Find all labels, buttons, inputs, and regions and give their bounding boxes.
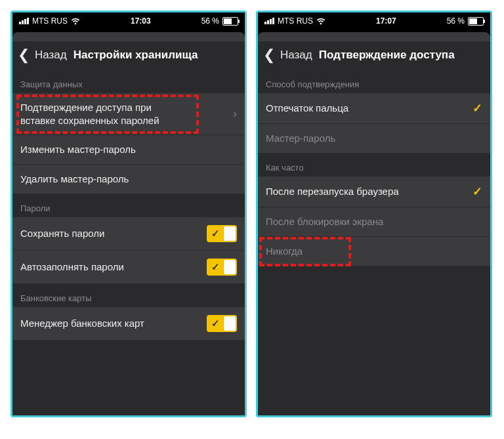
page-title: Настройки хранилища (74, 49, 198, 62)
row-label: Автозаполнять пароли (20, 261, 207, 274)
row-after-screen-lock[interactable]: После блокировки экрана (258, 207, 490, 237)
toggle-save-passwords[interactable]: ✓ (207, 225, 237, 242)
settings-list: Способ подтверждения Отпечаток пальца ✓ … (258, 70, 490, 415)
row-save-passwords[interactable]: Сохранять пароли ✓ (12, 217, 245, 251)
section-header-bank-cards: Банковские карты (12, 284, 245, 307)
section-header-confirmation-method: Способ подтверждения (258, 70, 490, 93)
status-bar: MTS RUS 17:07 56 % (258, 12, 490, 28)
row-label: Сохранять пароли (20, 227, 207, 240)
row-label: Изменить мастер-пароль (20, 143, 237, 156)
back-button[interactable]: Назад (35, 49, 67, 62)
back-arrow-icon[interactable]: ❮ (263, 48, 275, 62)
section-header-data-protection: Защита данных (12, 70, 245, 93)
row-autofill-passwords[interactable]: Автозаполнять пароли ✓ (12, 251, 245, 284)
row-label: После перезапуска браузера (266, 185, 467, 198)
section-header-passwords: Пароли (12, 194, 245, 217)
row-fingerprint[interactable]: Отпечаток пальца ✓ (258, 93, 490, 124)
sheet-handle (12, 32, 245, 41)
clock: 17:07 (376, 16, 396, 26)
row-label: После блокировки экрана (266, 215, 482, 228)
signal-icon (19, 18, 29, 24)
sheet-handle (258, 32, 490, 41)
nav-bar: ❮ Назад Настройки хранилища (12, 41, 245, 70)
row-label: Подтверждение доступа при вставке сохран… (20, 101, 178, 127)
wifi-icon (71, 18, 80, 25)
checkmark-icon: ✓ (467, 184, 482, 199)
row-after-browser-restart[interactable]: После перезапуска браузера ✓ (258, 177, 490, 207)
back-button[interactable]: Назад (280, 49, 312, 62)
row-bank-cards-manager[interactable]: Менеджер банковских карт ✓ (12, 307, 245, 340)
battery-percent: 56 % (201, 16, 219, 26)
chevron-right-icon: › (228, 107, 237, 121)
battery-icon (222, 17, 238, 26)
row-label: Менеджер банковских карт (20, 317, 207, 330)
status-bar: MTS RUS 17:03 56 % (12, 12, 245, 28)
clock: 17:03 (131, 16, 151, 26)
row-delete-master-password[interactable]: Удалить мастер-пароль (12, 165, 245, 194)
battery-icon (468, 17, 484, 26)
row-never[interactable]: Никогда (258, 237, 490, 266)
nav-bar: ❮ Назад Подтверждение доступа (258, 41, 490, 70)
row-label: Никогда (266, 245, 482, 258)
row-master-password[interactable]: Мастер-пароль (258, 124, 490, 154)
row-label: Отпечаток пальца (266, 102, 467, 115)
wifi-icon (316, 18, 326, 25)
battery-percent: 56 % (447, 16, 465, 26)
page-title: Подтверждение доступа (319, 49, 455, 62)
toggle-bank-cards[interactable]: ✓ (207, 315, 237, 332)
checkmark-icon: ✓ (467, 101, 482, 115)
phone-left: MTS RUS 17:03 56 % ❮ Назад Настройки хра… (10, 10, 247, 417)
toggle-autofill-passwords[interactable]: ✓ (207, 259, 237, 276)
row-label: Мастер-пароль (266, 132, 482, 145)
row-change-master-password[interactable]: Изменить мастер-пароль (12, 135, 245, 165)
row-label: Удалить мастер-пароль (20, 173, 237, 186)
carrier-label: MTS RUS (278, 16, 313, 26)
phone-right: MTS RUS 17:07 56 % ❮ Назад Подтверждение… (256, 10, 492, 417)
back-arrow-icon[interactable]: ❮ (18, 48, 30, 62)
settings-list: Защита данных Подтверждение доступа при … (12, 70, 245, 415)
section-header-how-often: Как часто (258, 154, 490, 177)
signal-icon (264, 18, 274, 24)
carrier-label: MTS RUS (32, 16, 68, 26)
row-access-confirmation[interactable]: Подтверждение доступа при вставке сохран… (12, 93, 245, 135)
